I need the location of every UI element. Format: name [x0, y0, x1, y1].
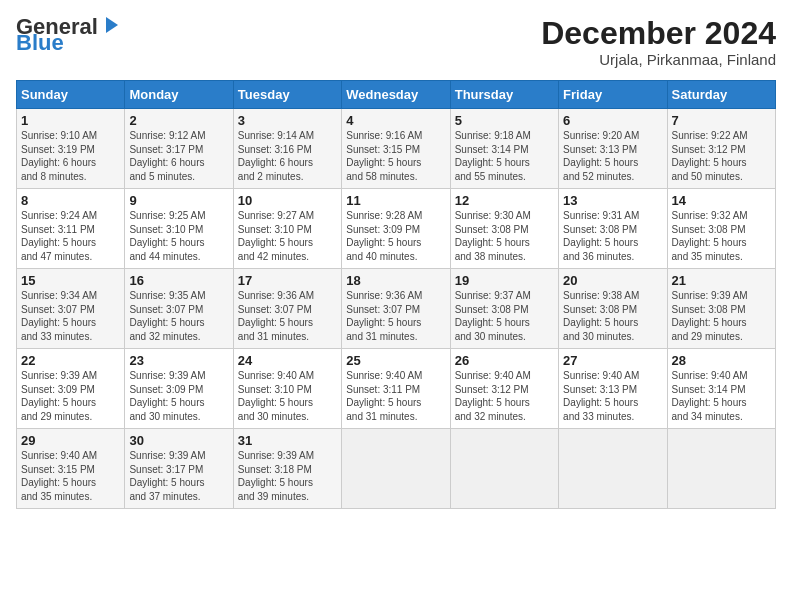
table-row: 2Sunrise: 9:12 AM Sunset: 3:17 PM Daylig…: [125, 109, 233, 189]
day-info: Sunrise: 9:37 AM Sunset: 3:08 PM Dayligh…: [455, 289, 554, 343]
col-sunday: Sunday: [17, 81, 125, 109]
day-info: Sunrise: 9:36 AM Sunset: 3:07 PM Dayligh…: [346, 289, 445, 343]
day-info: Sunrise: 9:40 AM Sunset: 3:10 PM Dayligh…: [238, 369, 337, 423]
table-row: 11Sunrise: 9:28 AM Sunset: 3:09 PM Dayli…: [342, 189, 450, 269]
table-row: 24Sunrise: 9:40 AM Sunset: 3:10 PM Dayli…: [233, 349, 341, 429]
day-info: Sunrise: 9:40 AM Sunset: 3:14 PM Dayligh…: [672, 369, 771, 423]
day-number: 3: [238, 113, 337, 128]
calendar-week-row: 15Sunrise: 9:34 AM Sunset: 3:07 PM Dayli…: [17, 269, 776, 349]
day-info: Sunrise: 9:39 AM Sunset: 3:09 PM Dayligh…: [129, 369, 228, 423]
logo: General Blue: [16, 16, 122, 56]
header: General Blue December 2024 Urjala, Pirka…: [16, 16, 776, 68]
table-row: 5Sunrise: 9:18 AM Sunset: 3:14 PM Daylig…: [450, 109, 558, 189]
day-number: 15: [21, 273, 120, 288]
day-info: Sunrise: 9:35 AM Sunset: 3:07 PM Dayligh…: [129, 289, 228, 343]
day-info: Sunrise: 9:20 AM Sunset: 3:13 PM Dayligh…: [563, 129, 662, 183]
day-number: 11: [346, 193, 445, 208]
svg-marker-0: [106, 17, 118, 33]
col-tuesday: Tuesday: [233, 81, 341, 109]
logo-icon: [100, 15, 122, 35]
table-row: 31Sunrise: 9:39 AM Sunset: 3:18 PM Dayli…: [233, 429, 341, 509]
day-number: 12: [455, 193, 554, 208]
day-number: 14: [672, 193, 771, 208]
calendar-table: Sunday Monday Tuesday Wednesday Thursday…: [16, 80, 776, 509]
table-row: 1Sunrise: 9:10 AM Sunset: 3:19 PM Daylig…: [17, 109, 125, 189]
title-block: December 2024 Urjala, Pirkanmaa, Finland: [541, 16, 776, 68]
table-row: 9Sunrise: 9:25 AM Sunset: 3:10 PM Daylig…: [125, 189, 233, 269]
day-number: 1: [21, 113, 120, 128]
table-row: 17Sunrise: 9:36 AM Sunset: 3:07 PM Dayli…: [233, 269, 341, 349]
table-row: 27Sunrise: 9:40 AM Sunset: 3:13 PM Dayli…: [559, 349, 667, 429]
day-info: Sunrise: 9:40 AM Sunset: 3:15 PM Dayligh…: [21, 449, 120, 503]
table-row: [450, 429, 558, 509]
table-row: 3Sunrise: 9:14 AM Sunset: 3:16 PM Daylig…: [233, 109, 341, 189]
col-saturday: Saturday: [667, 81, 775, 109]
day-number: 18: [346, 273, 445, 288]
table-row: 23Sunrise: 9:39 AM Sunset: 3:09 PM Dayli…: [125, 349, 233, 429]
table-row: [342, 429, 450, 509]
day-info: Sunrise: 9:39 AM Sunset: 3:17 PM Dayligh…: [129, 449, 228, 503]
col-thursday: Thursday: [450, 81, 558, 109]
table-row: 19Sunrise: 9:37 AM Sunset: 3:08 PM Dayli…: [450, 269, 558, 349]
day-info: Sunrise: 9:10 AM Sunset: 3:19 PM Dayligh…: [21, 129, 120, 183]
day-number: 7: [672, 113, 771, 128]
table-row: [559, 429, 667, 509]
table-row: 28Sunrise: 9:40 AM Sunset: 3:14 PM Dayli…: [667, 349, 775, 429]
day-number: 10: [238, 193, 337, 208]
col-wednesday: Wednesday: [342, 81, 450, 109]
day-info: Sunrise: 9:28 AM Sunset: 3:09 PM Dayligh…: [346, 209, 445, 263]
day-number: 4: [346, 113, 445, 128]
table-row: 7Sunrise: 9:22 AM Sunset: 3:12 PM Daylig…: [667, 109, 775, 189]
day-info: Sunrise: 9:34 AM Sunset: 3:07 PM Dayligh…: [21, 289, 120, 343]
day-info: Sunrise: 9:38 AM Sunset: 3:08 PM Dayligh…: [563, 289, 662, 343]
day-number: 31: [238, 433, 337, 448]
table-row: 26Sunrise: 9:40 AM Sunset: 3:12 PM Dayli…: [450, 349, 558, 429]
day-number: 17: [238, 273, 337, 288]
logo-blue-text: Blue: [16, 30, 64, 56]
day-number: 24: [238, 353, 337, 368]
table-row: 4Sunrise: 9:16 AM Sunset: 3:15 PM Daylig…: [342, 109, 450, 189]
table-row: 30Sunrise: 9:39 AM Sunset: 3:17 PM Dayli…: [125, 429, 233, 509]
day-info: Sunrise: 9:39 AM Sunset: 3:09 PM Dayligh…: [21, 369, 120, 423]
table-row: 20Sunrise: 9:38 AM Sunset: 3:08 PM Dayli…: [559, 269, 667, 349]
table-row: 21Sunrise: 9:39 AM Sunset: 3:08 PM Dayli…: [667, 269, 775, 349]
day-number: 13: [563, 193, 662, 208]
day-number: 16: [129, 273, 228, 288]
day-number: 25: [346, 353, 445, 368]
day-info: Sunrise: 9:18 AM Sunset: 3:14 PM Dayligh…: [455, 129, 554, 183]
day-info: Sunrise: 9:14 AM Sunset: 3:16 PM Dayligh…: [238, 129, 337, 183]
table-row: 10Sunrise: 9:27 AM Sunset: 3:10 PM Dayli…: [233, 189, 341, 269]
day-info: Sunrise: 9:30 AM Sunset: 3:08 PM Dayligh…: [455, 209, 554, 263]
page-title: December 2024: [541, 16, 776, 51]
day-info: Sunrise: 9:40 AM Sunset: 3:12 PM Dayligh…: [455, 369, 554, 423]
day-info: Sunrise: 9:16 AM Sunset: 3:15 PM Dayligh…: [346, 129, 445, 183]
calendar-header-row: Sunday Monday Tuesday Wednesday Thursday…: [17, 81, 776, 109]
day-number: 19: [455, 273, 554, 288]
table-row: 6Sunrise: 9:20 AM Sunset: 3:13 PM Daylig…: [559, 109, 667, 189]
day-number: 28: [672, 353, 771, 368]
table-row: 8Sunrise: 9:24 AM Sunset: 3:11 PM Daylig…: [17, 189, 125, 269]
table-row: [667, 429, 775, 509]
table-row: 16Sunrise: 9:35 AM Sunset: 3:07 PM Dayli…: [125, 269, 233, 349]
day-number: 27: [563, 353, 662, 368]
table-row: 22Sunrise: 9:39 AM Sunset: 3:09 PM Dayli…: [17, 349, 125, 429]
day-number: 30: [129, 433, 228, 448]
day-info: Sunrise: 9:22 AM Sunset: 3:12 PM Dayligh…: [672, 129, 771, 183]
day-info: Sunrise: 9:27 AM Sunset: 3:10 PM Dayligh…: [238, 209, 337, 263]
table-row: 15Sunrise: 9:34 AM Sunset: 3:07 PM Dayli…: [17, 269, 125, 349]
day-number: 21: [672, 273, 771, 288]
day-info: Sunrise: 9:39 AM Sunset: 3:08 PM Dayligh…: [672, 289, 771, 343]
table-row: 14Sunrise: 9:32 AM Sunset: 3:08 PM Dayli…: [667, 189, 775, 269]
calendar-week-row: 29Sunrise: 9:40 AM Sunset: 3:15 PM Dayli…: [17, 429, 776, 509]
day-info: Sunrise: 9:39 AM Sunset: 3:18 PM Dayligh…: [238, 449, 337, 503]
table-row: 25Sunrise: 9:40 AM Sunset: 3:11 PM Dayli…: [342, 349, 450, 429]
day-number: 26: [455, 353, 554, 368]
col-friday: Friday: [559, 81, 667, 109]
table-row: 29Sunrise: 9:40 AM Sunset: 3:15 PM Dayli…: [17, 429, 125, 509]
day-info: Sunrise: 9:25 AM Sunset: 3:10 PM Dayligh…: [129, 209, 228, 263]
day-number: 6: [563, 113, 662, 128]
day-info: Sunrise: 9:36 AM Sunset: 3:07 PM Dayligh…: [238, 289, 337, 343]
col-monday: Monday: [125, 81, 233, 109]
day-info: Sunrise: 9:32 AM Sunset: 3:08 PM Dayligh…: [672, 209, 771, 263]
calendar-week-row: 22Sunrise: 9:39 AM Sunset: 3:09 PM Dayli…: [17, 349, 776, 429]
